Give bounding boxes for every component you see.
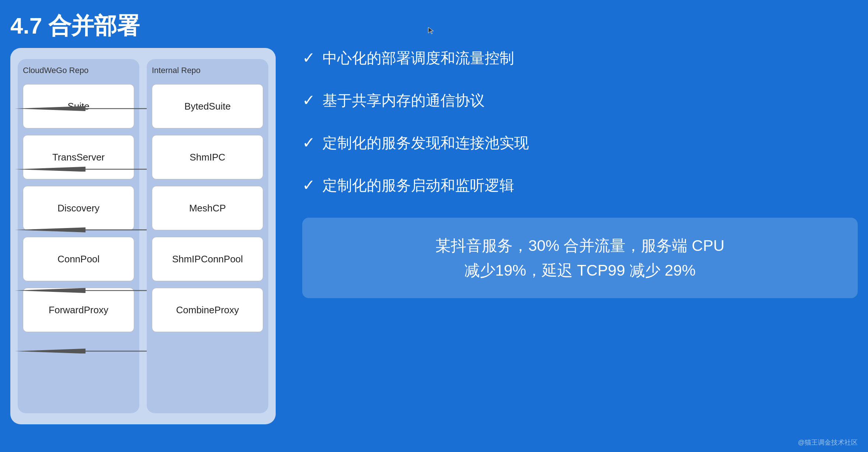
page-title: 4.7 合并部署 bbox=[10, 10, 140, 41]
connpool-box: ConnPool bbox=[23, 237, 134, 281]
discovery-box: Discovery bbox=[23, 186, 134, 230]
bullet-item-1: ✓ 中心化的部署调度和流量控制 bbox=[302, 48, 858, 68]
bullet-text-1: 中心化的部署调度和流量控制 bbox=[323, 48, 514, 68]
stats-text: 某抖音服务，30% 合并流量，服务端 CPU 减少19%，延迟 TCP99 减少… bbox=[320, 233, 840, 283]
checkmark-2: ✓ bbox=[302, 91, 315, 109]
meshcp-box: MeshCP bbox=[152, 186, 263, 230]
bullet-item-3: ✓ 定制化的服务发现和连接池实现 bbox=[302, 133, 858, 153]
stats-box: 某抖音服务，30% 合并流量，服务端 CPU 减少19%，延迟 TCP99 减少… bbox=[302, 218, 858, 298]
diagram-container: CloudWeGo Repo Suite TransServer Discove… bbox=[10, 48, 276, 424]
bullet-text-3: 定制化的服务发现和连接池实现 bbox=[323, 133, 529, 153]
internal-repo: Internal Repo BytedSuite ShmIPC MeshCP S… bbox=[147, 59, 268, 413]
suite-box: Suite bbox=[23, 84, 134, 128]
checkmark-4: ✓ bbox=[302, 176, 315, 194]
bullet-item-4: ✓ 定制化的服务启动和监听逻辑 bbox=[302, 175, 858, 196]
watermark: @猫王调金技术社区 bbox=[798, 438, 858, 447]
right-content: ✓ 中心化的部署调度和流量控制 ✓ 基于共享内存的通信协议 ✓ 定制化的服务发现… bbox=[302, 48, 858, 442]
bytedsuite-box: BytedSuite bbox=[152, 84, 263, 128]
checkmark-1: ✓ bbox=[302, 49, 315, 67]
bullet-text-4: 定制化的服务启动和监听逻辑 bbox=[323, 175, 514, 196]
cursor bbox=[428, 27, 436, 35]
internal-label: Internal Repo bbox=[152, 66, 263, 75]
bullet-item-2: ✓ 基于共享内存的通信协议 bbox=[302, 90, 858, 111]
repos-wrapper: CloudWeGo Repo Suite TransServer Discove… bbox=[18, 59, 268, 413]
shmipc-box: ShmIPC bbox=[152, 135, 263, 179]
combineproxy-box: CombineProxy bbox=[152, 288, 263, 332]
transserver-box: TransServer bbox=[23, 135, 134, 179]
forwardproxy-box: ForwardProxy bbox=[23, 288, 134, 332]
bullet-list: ✓ 中心化的部署调度和流量控制 ✓ 基于共享内存的通信协议 ✓ 定制化的服务发现… bbox=[302, 48, 858, 196]
shmipconnpool-box: ShmIPConnPool bbox=[152, 237, 263, 281]
bullet-text-2: 基于共享内存的通信协议 bbox=[323, 90, 485, 111]
checkmark-3: ✓ bbox=[302, 134, 315, 152]
cloudwego-label: CloudWeGo Repo bbox=[23, 66, 134, 75]
stats-line1: 某抖音服务，30% 合并流量，服务端 CPU bbox=[435, 237, 724, 254]
stats-line2: 减少19%，延迟 TCP99 减少 29% bbox=[464, 262, 696, 279]
cloudwego-repo: CloudWeGo Repo Suite TransServer Discove… bbox=[18, 59, 139, 413]
